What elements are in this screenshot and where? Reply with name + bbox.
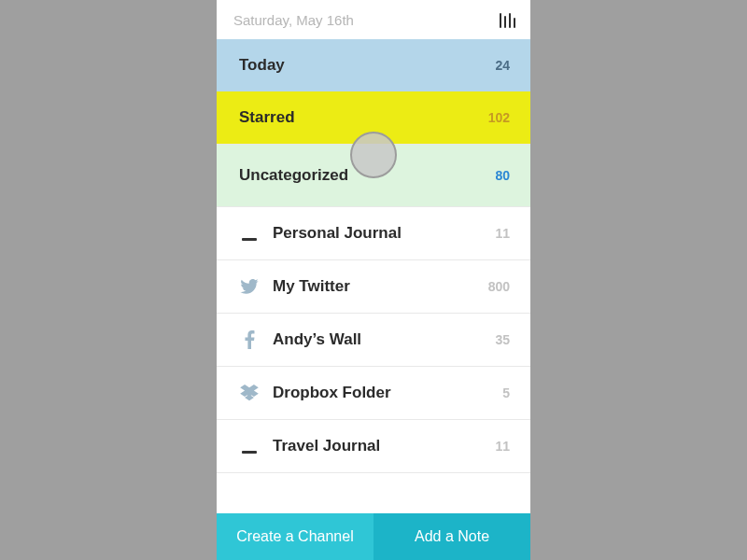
top-bar: Saturday, May 16th: [217, 0, 530, 39]
list-item-count: 24: [495, 58, 510, 73]
list-item-count: 102: [488, 110, 510, 125]
list-item-label: Andy’s Wall: [273, 330, 495, 349]
list-item-count: 35: [495, 332, 510, 347]
channel-list: Today 24 Starred 102 Uncategorized 80 Pe…: [217, 39, 530, 513]
facebook-icon: [239, 330, 260, 349]
dropbox-icon: [239, 385, 260, 401]
list-item-label: Dropbox Folder: [273, 384, 502, 402]
journal-icon: [239, 227, 260, 241]
settings-icon[interactable]: [500, 12, 515, 28]
list-item-count: 800: [488, 279, 510, 294]
list-item-label: Today: [239, 56, 495, 75]
twitter-icon: [239, 279, 260, 294]
journal-icon: [239, 440, 260, 454]
touch-indicator: [350, 132, 397, 178]
bottom-bar: Create a Channel Add a Note: [217, 513, 530, 560]
app-frame: Saturday, May 16th Today 24 Starred 102 …: [217, 0, 530, 560]
list-item-channel[interactable]: Personal Journal11: [217, 207, 530, 260]
list-item-label: My Twitter: [273, 277, 488, 296]
add-note-button[interactable]: Add a Note: [374, 513, 530, 560]
list-item-count: 11: [495, 439, 510, 454]
list-item-today[interactable]: Today 24: [217, 39, 530, 91]
list-item-channel[interactable]: My Twitter800: [217, 260, 530, 314]
list-item-label: Personal Journal: [273, 224, 495, 243]
list-item-uncategorized[interactable]: Uncategorized 80: [217, 145, 530, 207]
list-item-label: Travel Journal: [273, 437, 495, 455]
list-item-channel[interactable]: Dropbox Folder5: [217, 367, 530, 420]
list-item-count: 11: [495, 226, 510, 241]
list-item-label: Starred: [239, 108, 488, 127]
list-item-channel[interactable]: Travel Journal11: [217, 420, 530, 473]
list-item-count: 80: [495, 168, 510, 183]
list-item-channel[interactable]: Andy’s Wall35: [217, 314, 530, 367]
date-label: Saturday, May 16th: [233, 12, 354, 28]
list-item-count: 5: [502, 385, 510, 400]
create-channel-button[interactable]: Create a Channel: [217, 513, 374, 560]
